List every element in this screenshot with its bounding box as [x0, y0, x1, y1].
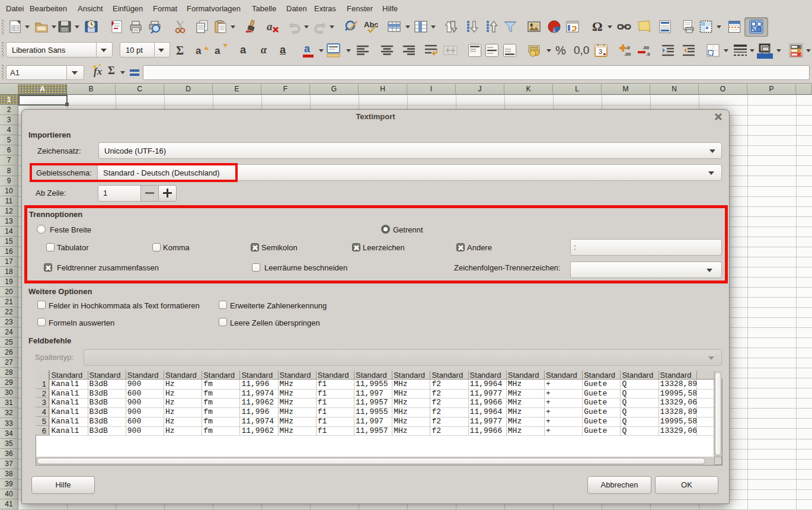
svg-text:3: 3	[599, 48, 602, 55]
svg-text:.00: .00	[642, 45, 650, 50]
svg-text:.00: .00	[624, 52, 631, 57]
svg-text:.0: .0	[646, 52, 650, 57]
svg-text:.0: .0	[626, 45, 630, 50]
svg-text:a: a	[267, 20, 273, 33]
svg-text:Abc: Abc	[364, 20, 378, 29]
